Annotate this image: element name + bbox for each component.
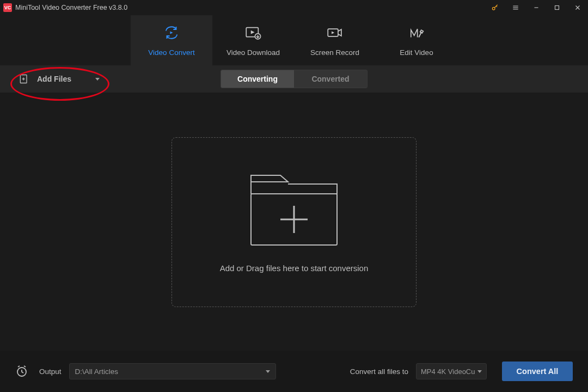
chevron-down-icon <box>477 370 482 373</box>
window-title: MiniTool Video Converter Free v3.8.0 <box>15 4 127 11</box>
maximize-icon <box>553 4 561 11</box>
record-icon <box>326 24 344 41</box>
dropzone[interactable]: Add or Drag files here to start conversi… <box>171 137 416 307</box>
schedule-button[interactable] <box>15 365 28 378</box>
tab-label: Screen Record <box>310 48 359 57</box>
dropzone-label: Add or Drag files here to start conversi… <box>220 264 369 273</box>
main-area: Add or Drag files here to start conversi… <box>0 93 588 351</box>
output-label: Output <box>39 367 62 376</box>
convert-all-files-to-label: Convert all files to <box>350 367 408 376</box>
svg-rect-14 <box>420 30 424 33</box>
svg-marker-10 <box>251 30 255 34</box>
output-format-select[interactable]: MP4 4K VideoCu <box>416 363 487 379</box>
upgrade-key-button[interactable] <box>485 0 505 15</box>
chevron-down-icon <box>266 370 270 373</box>
tab-converted[interactable]: Converted <box>294 70 367 88</box>
svg-marker-13 <box>332 31 334 34</box>
clock-icon <box>15 365 28 378</box>
chevron-down-icon <box>95 78 100 81</box>
add-files-label: Add Files <box>37 75 71 83</box>
menu-button[interactable] <box>505 0 526 15</box>
tab-label: Video Download <box>226 48 280 57</box>
titlebar: VC MiniTool Video Converter Free v3.8.0 <box>0 0 588 15</box>
tab-video-convert[interactable]: Video Convert <box>131 15 212 65</box>
tab-screen-record[interactable]: Screen Record <box>294 15 376 65</box>
output-path-value: D:\All Articles <box>75 367 119 376</box>
maximize-button[interactable] <box>547 0 567 15</box>
output-format-value: MP4 4K VideoCu <box>421 367 475 376</box>
app-logo: VC <box>3 3 12 12</box>
close-button[interactable] <box>567 0 588 15</box>
key-icon <box>491 4 499 11</box>
hamburger-icon <box>512 4 519 11</box>
minimize-button[interactable] <box>526 0 547 15</box>
bottom-bar: Output D:\All Articles Convert all files… <box>0 351 588 392</box>
svg-point-0 <box>492 7 495 10</box>
convert-icon <box>162 24 181 41</box>
add-file-icon <box>19 74 29 84</box>
main-nav: Video Convert Video Download <box>0 15 588 65</box>
download-icon <box>244 24 262 41</box>
minimize-icon <box>532 4 540 11</box>
add-files-button[interactable]: Add Files <box>0 65 111 93</box>
output-path-select[interactable]: D:\All Articles <box>69 363 276 379</box>
tab-label: Edit Video <box>400 48 433 57</box>
tab-video-download[interactable]: Video Download <box>212 15 294 65</box>
toolbar: Add Files Converting Converted <box>0 65 588 93</box>
close-icon <box>574 4 581 11</box>
tab-converting[interactable]: Converting <box>221 70 294 88</box>
folder-plus-icon <box>248 172 340 248</box>
tab-edit-video[interactable]: Edit Video <box>376 15 457 65</box>
tab-label: Video Convert <box>148 48 194 57</box>
edit-icon <box>407 24 426 41</box>
svg-marker-8 <box>170 31 173 34</box>
status-segmented: Converting Converted <box>220 70 367 88</box>
convert-all-button[interactable]: Convert All <box>502 362 573 381</box>
svg-rect-5 <box>555 6 559 10</box>
